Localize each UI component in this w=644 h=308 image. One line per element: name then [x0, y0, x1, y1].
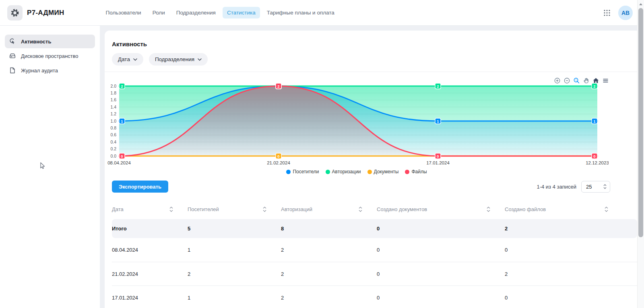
svg-text:1.2: 1.2 — [110, 111, 116, 116]
svg-text:17.01.2024: 17.01.2024 — [426, 160, 450, 165]
sidebar-item-2[interactable]: Журнал аудита — [5, 64, 95, 77]
nav-tab-4[interactable]: Тарифные планы и оплата — [262, 7, 339, 18]
activity-table: ДатаПосетителейАвторизацийСоздано докуме… — [112, 201, 637, 308]
avatar[interactable]: АВ — [618, 6, 633, 20]
pagination: 1-4 из 4 записей 25 — [537, 181, 610, 193]
audit-journal-icon — [9, 67, 16, 74]
svg-text:0.2: 0.2 — [110, 146, 116, 151]
table-cell: 0 — [377, 247, 505, 253]
legend-dot — [326, 170, 330, 174]
disk-icon — [9, 52, 16, 60]
table-cell: Итого — [112, 226, 188, 232]
svg-text:08.04.2024: 08.04.2024 — [107, 160, 131, 165]
table-total-row: Итого5802 — [112, 219, 637, 238]
table-cell: 0 — [505, 247, 637, 253]
legend-item-0[interactable]: Посетители — [286, 169, 319, 175]
chart-legend: ПосетителиАвторизацииДокументыФайлы — [105, 169, 609, 175]
header: Р7-АДМИН ПользователиРолиПодразделенияСт… — [0, 0, 644, 26]
nav-tab-3[interactable]: Статистика — [223, 7, 260, 18]
table-column-header-4: Создано файлов — [505, 206, 637, 212]
table-cell: 0 — [377, 226, 505, 232]
table-cell: 2 — [281, 295, 377, 301]
table-column-header-1: Посетителей — [188, 206, 281, 212]
sort-button[interactable] — [169, 207, 173, 212]
spinner-icon[interactable] — [603, 184, 607, 189]
nav-tab-1[interactable]: Роли — [148, 7, 169, 18]
sort-button[interactable] — [359, 207, 362, 212]
chart-plot[interactable]: 0.00.20.40.60.81.01.21.41.61.82.008.04.2… — [105, 80, 609, 175]
export-button[interactable]: Экспортировать — [112, 181, 168, 193]
page-title: Активность — [112, 41, 147, 47]
table-cell: 08.04.2024 — [112, 247, 188, 253]
nav-tab-2[interactable]: Подразделения — [172, 7, 220, 18]
svg-text:21.02.2024: 21.02.2024 — [267, 160, 290, 165]
export-row: Экспортировать 1-4 из 4 записей 25 — [112, 181, 610, 193]
table-row: 21.02.20242202 — [112, 262, 637, 285]
chevron-down-icon — [133, 58, 137, 61]
svg-text:1.8: 1.8 — [110, 90, 116, 95]
legend-item-1[interactable]: Авторизации — [326, 169, 361, 175]
table-column-header-3: Создано документов — [377, 206, 505, 212]
svg-text:1.0: 1.0 — [110, 119, 116, 123]
svg-text:1: 1 — [593, 119, 596, 123]
svg-text:1.6: 1.6 — [110, 97, 116, 102]
chevron-down-icon — [198, 58, 202, 61]
sort-button[interactable] — [263, 207, 266, 212]
table-row: 08.04.20241200 — [112, 238, 637, 262]
svg-text:12.12.2023: 12.12.2023 — [586, 160, 609, 165]
records-info: 1-4 из 4 записей — [537, 184, 576, 190]
scrollbar-track[interactable] — [637, 0, 644, 308]
table-header-row: ДатаПосетителейАвторизацийСоздано докуме… — [112, 201, 637, 217]
svg-text:2.0: 2.0 — [110, 84, 116, 88]
table-column-header-2: Авторизаций — [281, 206, 377, 212]
legend-dot — [367, 170, 372, 174]
svg-text:0.6: 0.6 — [110, 132, 116, 137]
table-cell: 0 — [377, 295, 505, 301]
scroll-up-button[interactable] — [638, 1, 644, 7]
activity-icon — [9, 38, 16, 45]
legend-item-2[interactable]: Документы — [367, 169, 399, 175]
table-cell: 1 — [188, 295, 281, 301]
app-logo — [7, 5, 23, 21]
svg-text:0: 0 — [277, 154, 279, 158]
app-title: Р7-АДМИН — [27, 9, 64, 17]
legend-item-3[interactable]: Файлы — [405, 169, 427, 175]
table-cell: 5 — [188, 226, 281, 232]
table-cell: 2 — [505, 271, 637, 277]
scrollbar-thumb[interactable] — [638, 8, 643, 237]
page-size-value: 25 — [586, 184, 592, 190]
table-cell: 17.01.2024 — [112, 295, 188, 301]
svg-text:2: 2 — [121, 84, 123, 88]
page-size-select[interactable]: 25 — [581, 181, 610, 193]
sidebar: АктивностьДисковое пространствоЖурнал ау… — [0, 26, 100, 308]
svg-text:0: 0 — [121, 154, 123, 158]
filter-pill-1[interactable]: Подразделения — [149, 53, 208, 66]
nav-tab-0[interactable]: Пользователи — [101, 7, 146, 18]
filter-pill-0[interactable]: Дата — [112, 53, 143, 66]
table-cell: 0 — [377, 271, 505, 277]
apps-grid-icon[interactable] — [603, 9, 611, 17]
table-rows: 08.04.2024120021.02.2024220217.01.202412… — [112, 238, 637, 308]
table-cell: 0 — [505, 295, 637, 301]
table-row: 17.01.20241200 — [112, 285, 637, 308]
svg-text:0.4: 0.4 — [110, 140, 116, 144]
header-right: АВ — [603, 6, 633, 20]
table-cell: 2 — [188, 271, 281, 277]
legend-dot — [286, 170, 291, 174]
svg-text:2: 2 — [593, 84, 595, 88]
legend-dot — [405, 170, 409, 174]
page-body: АктивностьДисковое пространствоЖурнал ау… — [0, 26, 637, 308]
sidebar-item-1[interactable]: Дисковое пространство — [5, 49, 95, 63]
svg-text:2: 2 — [437, 84, 439, 88]
svg-text:0.0: 0.0 — [110, 154, 116, 158]
table-cell: 2 — [505, 226, 637, 232]
header-nav: ПользователиРолиПодразделенияСтатистикаТ… — [101, 7, 339, 18]
filters-row: ДатаПодразделения — [112, 53, 208, 66]
svg-text:1: 1 — [437, 119, 439, 123]
sidebar-item-0[interactable]: Активность — [5, 35, 95, 48]
table-cell: 1 — [188, 247, 281, 253]
table-cell: 2 — [281, 247, 377, 253]
sort-button[interactable] — [487, 207, 490, 212]
sort-button[interactable] — [605, 207, 608, 212]
svg-text:0: 0 — [437, 154, 439, 158]
